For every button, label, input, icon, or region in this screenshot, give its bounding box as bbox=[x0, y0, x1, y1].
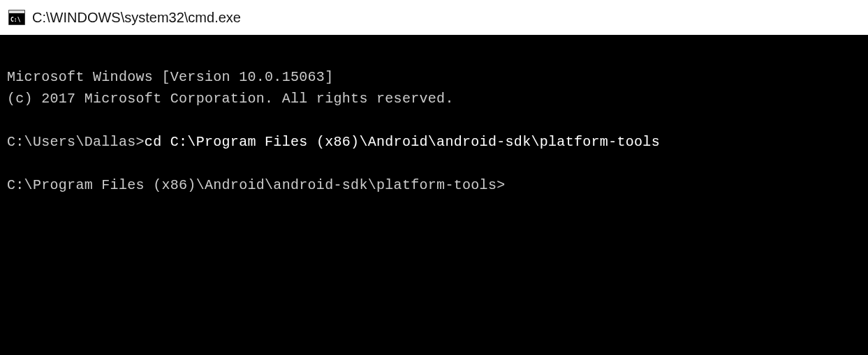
svg-text:C:\: C:\ bbox=[10, 17, 21, 23]
prompt: C:\Program Files (x86)\Android\android-s… bbox=[7, 177, 506, 193]
window-title: C:\WINDOWS\system32\cmd.exe bbox=[32, 10, 241, 26]
banner-line: (c) 2017 Microsoft Corporation. All righ… bbox=[7, 91, 454, 107]
banner-line: Microsoft Windows [Version 10.0.15063] bbox=[7, 69, 333, 85]
window-titlebar[interactable]: C:\ C:\WINDOWS\system32\cmd.exe bbox=[0, 0, 868, 35]
blank-line bbox=[7, 109, 861, 131]
svg-rect-1 bbox=[9, 10, 24, 13]
prompt: C:\Users\Dallas> bbox=[7, 134, 145, 150]
cmd-icon: C:\ bbox=[8, 10, 25, 25]
command-text: cd C:\Program Files (x86)\Android\androi… bbox=[145, 134, 660, 150]
terminal-output[interactable]: Microsoft Windows [Version 10.0.15063] (… bbox=[0, 35, 868, 355]
blank-line bbox=[7, 153, 861, 174]
